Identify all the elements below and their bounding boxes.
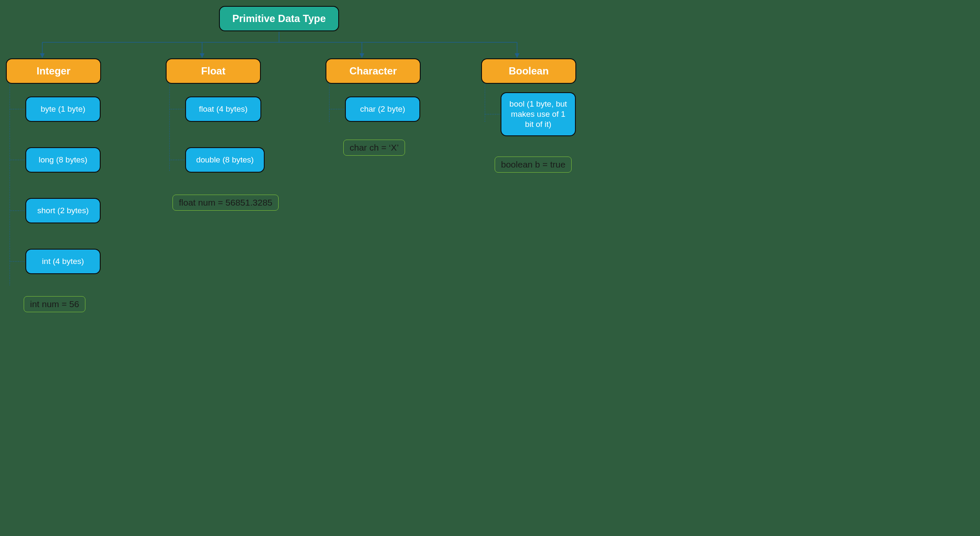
root-node: Primitive Data Type bbox=[219, 6, 339, 31]
example-integer: int num = 56 bbox=[24, 296, 85, 312]
example-boolean: boolean b = true bbox=[495, 157, 572, 173]
example-float: float num = 56851.3285 bbox=[172, 195, 279, 211]
leaf-integer-int: int (4 bytes) bbox=[25, 249, 101, 274]
leaf-float-double: double (8 bytes) bbox=[185, 147, 265, 173]
leaf-integer-long: long (8 bytes) bbox=[25, 147, 101, 173]
leaf-character-char: char (2 byte) bbox=[345, 96, 420, 122]
category-float: Float bbox=[166, 58, 261, 84]
leaf-integer-byte: byte (1 byte) bbox=[25, 96, 101, 122]
example-character: char ch = ‘X’ bbox=[343, 140, 405, 156]
connector-lines bbox=[0, 0, 653, 357]
category-character: Character bbox=[326, 58, 421, 84]
category-boolean: Boolean bbox=[481, 58, 576, 84]
leaf-integer-short: short (2 bytes) bbox=[25, 198, 101, 223]
category-integer: Integer bbox=[6, 58, 101, 84]
leaf-boolean-bool: bool (1 byte, but makes use of 1 bit of … bbox=[501, 92, 576, 136]
leaf-float-float: float (4 bytes) bbox=[185, 96, 261, 122]
